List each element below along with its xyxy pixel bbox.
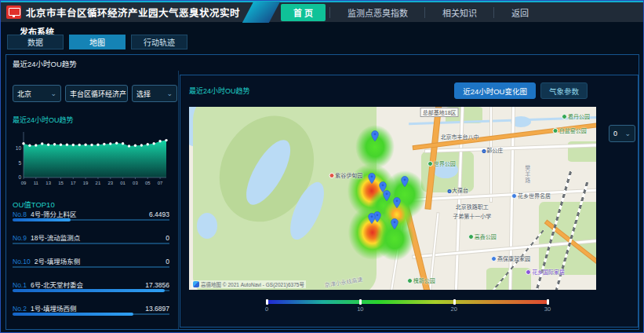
row-value: 13.6897 xyxy=(145,305,169,313)
legend-tick-label: 0 xyxy=(265,306,268,313)
row-value: 6.4493 xyxy=(149,210,169,218)
map-pin-icon[interactable] xyxy=(368,173,376,184)
filter-select-1[interactable]: 北京⌄ xyxy=(13,85,61,102)
svg-text:01: 01 xyxy=(120,181,126,185)
legend-tick-label: 10 xyxy=(357,306,363,313)
map-label: 北京市丰台八中 xyxy=(441,133,479,141)
map-pond xyxy=(197,213,217,239)
map-label: 大葆台 xyxy=(447,186,468,194)
map-buttons: 近24小时OU变化图气象参数 xyxy=(454,82,592,99)
svg-text:0: 0 xyxy=(18,174,21,180)
nav-item-1[interactable]: 首 页 xyxy=(281,4,326,21)
tab-3[interactable]: 行动轨迹 xyxy=(131,35,187,49)
map-pin-icon[interactable] xyxy=(368,213,376,224)
row-bar-track xyxy=(13,313,169,315)
legend-ticks: 0102030 xyxy=(267,306,548,313)
poi-blue-icon xyxy=(491,256,497,262)
map-pin-icon[interactable] xyxy=(371,130,379,141)
row-rank: No.10 xyxy=(13,258,31,265)
map-label: 白盆窑公园 xyxy=(553,126,587,134)
map-label: 郭公庄 xyxy=(482,146,503,154)
app-logo-icon xyxy=(6,5,21,19)
map-label: 北京铁路职工 xyxy=(456,203,489,210)
hour-select-box[interactable]: 0⌄ xyxy=(609,125,635,142)
chevron-down-icon: ⌄ xyxy=(624,130,631,137)
map-label: 花乡国际家居 xyxy=(526,268,565,276)
map-label: 槐新公园 xyxy=(407,276,435,284)
row-name: 18号-流动监测点 xyxy=(31,232,166,242)
main-panel: 最近24小时OU趋势 北京⌄丰台区循环经济产⌄选择⌄ 最近24小时OU趋势 05… xyxy=(5,54,639,330)
ou-top-list: No.84号-筛分上料区6.4493No.918号-流动监测点0No.102号-… xyxy=(13,209,169,327)
filter-select-2[interactable]: 丰台区循环经济产⌄ xyxy=(65,85,128,102)
row-bar-fill xyxy=(13,218,71,221)
map-label: 燕保康润家园 xyxy=(491,254,530,262)
map-pin-icon[interactable] xyxy=(391,218,398,229)
ou-color-legend: 0102030 xyxy=(267,300,548,313)
tab-2[interactable]: 地图 xyxy=(69,35,126,49)
map-label: 花乡世界名居 xyxy=(511,192,551,199)
map-label: 世界公园 xyxy=(428,159,456,167)
park-icon xyxy=(428,161,433,166)
map-label: 高鑫公园 xyxy=(468,232,497,240)
map-canvas[interactable]: 总部基地18区看丹公园白盆窑公园北京市丰台八中郭公庄世界公园紫谷伊甸园大葆台北京… xyxy=(189,107,596,290)
legend-tick-label: 20 xyxy=(450,306,457,313)
map-button-2[interactable]: 气象参数 xyxy=(540,82,588,99)
legend-mark xyxy=(359,299,362,305)
scenic-icon xyxy=(329,173,334,178)
ou-top-list-title: OU值TOP10 xyxy=(13,199,55,210)
left-column: 北京⌄丰台区循环经济产⌄选择⌄ 最近24小时OU趋势 0510091113151… xyxy=(6,71,179,329)
svg-text:05: 05 xyxy=(145,181,151,185)
svg-text:10: 10 xyxy=(16,145,22,151)
map-panel-header: 最近24小时OU趋势 近24小时OU变化图气象参数 xyxy=(180,75,638,105)
legend-tick-label: 30 xyxy=(544,306,551,313)
nav-item-3[interactable]: 相关知识 xyxy=(430,4,489,21)
svg-text:5: 5 xyxy=(18,160,21,166)
map-panel-title: 最近24小时OU趋势 xyxy=(189,86,454,96)
legend-mark xyxy=(547,299,549,305)
row-bar-track xyxy=(13,219,169,221)
map-label: 总部基地18区 xyxy=(420,108,459,117)
top-list-row: No.16号-北天堂村委会17.3856 xyxy=(13,280,169,303)
park-icon xyxy=(553,128,558,134)
svg-text:11: 11 xyxy=(34,181,39,185)
svg-text:09: 09 xyxy=(21,181,27,185)
row-value: 17.3856 xyxy=(145,281,169,289)
svg-text:07: 07 xyxy=(158,181,163,185)
view-tabs: 数据地图行动轨迹 xyxy=(7,35,187,49)
map-pin-icon[interactable] xyxy=(383,190,391,201)
filter-select-3[interactable]: 选择⌄ xyxy=(132,85,177,102)
svg-text:15: 15 xyxy=(58,181,64,185)
legend-mark xyxy=(266,299,268,305)
svg-text:17: 17 xyxy=(71,181,76,185)
map-pin-icon[interactable] xyxy=(401,176,409,187)
top-list-row: No.102号-填埋场东侧0 xyxy=(13,256,169,280)
park-icon xyxy=(468,234,474,240)
map-label: 看丹公园 xyxy=(562,112,590,120)
tab-1[interactable]: 数据 xyxy=(7,35,64,49)
top-list-row: No.918号-流动监测点0 xyxy=(13,232,169,256)
nav-item-2[interactable]: 监测点恶臭指数 xyxy=(335,4,420,21)
row-bar-track xyxy=(13,266,169,268)
chevron-down-icon: ⌄ xyxy=(166,90,173,97)
map-pin-icon[interactable] xyxy=(393,197,401,208)
chevron-down-icon: ⌄ xyxy=(50,90,56,97)
app-title: 北京市丰台区循环经济产业园大气恶臭状况实时 xyxy=(26,5,240,20)
map-button-1[interactable]: 近24小时OU变化图 xyxy=(454,82,536,99)
select-value: 选择 xyxy=(136,89,151,99)
row-bar-fill xyxy=(13,313,133,316)
row-name: 6号-北天堂村委会 xyxy=(31,280,145,289)
hour-select[interactable]: 0⌄ xyxy=(609,125,635,142)
poi-blue-icon xyxy=(511,193,517,199)
main-panel-title: 最近24小时OU趋势 xyxy=(13,58,77,69)
svg-text:19: 19 xyxy=(83,181,89,185)
top-list-row: No.21号-填埋场西侧13.6897 xyxy=(13,303,169,327)
legend-gradient-bar xyxy=(267,300,548,304)
nav-item-4[interactable]: 返回 xyxy=(499,4,541,21)
row-value: 0 xyxy=(166,234,169,242)
row-value: 0 xyxy=(166,258,169,265)
row-bar-track xyxy=(13,290,169,291)
map-attribution: 高德地图 © 2021 AutoNavi - GS(2021)6375号 xyxy=(191,280,306,288)
map-attribution-text: 高德地图 © 2021 AutoNavi - GS(2021)6375号 xyxy=(201,280,304,288)
row-bar-track xyxy=(13,243,169,244)
poi-purple-icon xyxy=(526,269,531,275)
